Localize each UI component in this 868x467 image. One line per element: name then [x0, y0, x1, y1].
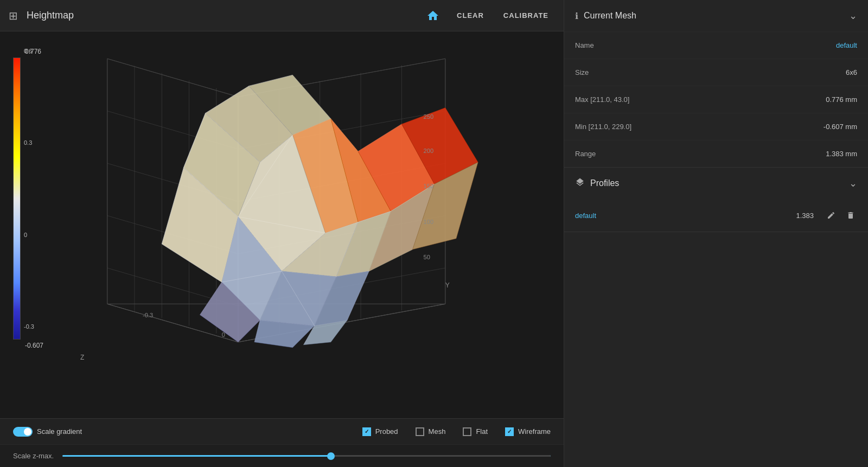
- scale-z-bar: Scale z-max.: [0, 444, 564, 467]
- mesh-canvas: 50 100 150 200 250 Y -0.3 0: [43, 42, 553, 375]
- profiles-title: Profiles: [590, 178, 844, 188]
- current-mesh-header[interactable]: ℹ Current Mesh ⌄: [564, 0, 868, 31]
- scale-gradient-label: Scale gradient: [37, 427, 82, 436]
- left-panel: ⊞ Heightmap CLEAR CALIBRATE 0.776 -0.607…: [0, 0, 564, 467]
- calibrate-button[interactable]: CALIBRATE: [497, 9, 555, 22]
- svg-text:100: 100: [424, 219, 433, 225]
- probed-check: ✓: [365, 428, 369, 434]
- home-button[interactable]: [422, 7, 444, 24]
- svg-line-2: [107, 59, 238, 97]
- scale-label-n03: -0.3: [24, 323, 34, 330]
- slider-track-bg: [331, 455, 551, 457]
- info-icon: ℹ: [575, 11, 578, 21]
- current-mesh-section: ℹ Current Mesh ⌄ Name default Size 6x6 M…: [564, 0, 868, 168]
- flat-label: Flat: [476, 427, 488, 436]
- mesh-checkbox[interactable]: [416, 427, 424, 436]
- profiles-chevron-icon: ⌄: [849, 177, 857, 189]
- name-key: Name: [575, 41, 836, 49]
- slider-thumb[interactable]: [327, 452, 335, 460]
- probed-checkbox-label[interactable]: ✓ Probed: [362, 427, 398, 436]
- range-value: 1.383 mm: [826, 150, 857, 158]
- svg-text:0: 0: [222, 331, 225, 338]
- current-mesh-body: Name default Size 6x6 Max [211.0, 43.0] …: [564, 31, 868, 167]
- chevron-down-icon: ⌄: [849, 10, 857, 22]
- svg-text:-0.3: -0.3: [143, 312, 153, 318]
- profile-name[interactable]: default: [575, 212, 789, 220]
- flat-checkbox[interactable]: [463, 427, 471, 436]
- scale-label-0: 0: [24, 232, 34, 238]
- svg-text:50: 50: [424, 254, 430, 260]
- profiles-header[interactable]: Profiles ⌄: [564, 168, 868, 199]
- range-key: Range: [575, 150, 826, 158]
- scale-labels: 0.6 0.3 0 -0.3: [24, 48, 34, 330]
- profile-value: 1.383: [796, 212, 814, 220]
- page-title: Heightmap: [27, 10, 416, 21]
- scale-bar: [13, 57, 21, 340]
- svg-text:200: 200: [424, 148, 433, 154]
- scale-z-slider[interactable]: [62, 455, 551, 457]
- viz-container: 0.776 -0.607 0.6 0.3 0 -0.3 Z: [0, 31, 564, 418]
- current-mesh-title: Current Mesh: [584, 11, 844, 21]
- max-row: Max [211.0, 43.0] 0.776 mm: [564, 86, 868, 113]
- clear-button[interactable]: CLEAR: [450, 9, 490, 22]
- wireframe-checkbox[interactable]: ✓: [505, 427, 514, 436]
- top-bar: ⊞ Heightmap CLEAR CALIBRATE: [0, 0, 564, 31]
- min-row: Min [211.0, 229.0] -0.607 mm: [564, 113, 868, 140]
- wireframe-label: Wireframe: [518, 427, 551, 436]
- delete-profile-button[interactable]: [844, 209, 857, 222]
- bottom-controls: Scale gradient ✓ Probed Mesh Flat ✓ Wire…: [0, 418, 564, 444]
- mesh-checkbox-label[interactable]: Mesh: [416, 427, 446, 436]
- profiles-section: Profiles ⌄ default 1.383: [564, 168, 868, 232]
- svg-text:Y: Y: [445, 282, 450, 289]
- min-value: -0.607 mm: [824, 123, 857, 131]
- scale-gradient-toggle[interactable]: Scale gradient: [13, 427, 82, 437]
- svg-text:250: 250: [424, 113, 433, 120]
- right-panel: ℹ Current Mesh ⌄ Name default Size 6x6 M…: [564, 0, 868, 467]
- scale-min-label: -0.607: [25, 342, 43, 349]
- size-key: Size: [575, 68, 846, 76]
- name-value[interactable]: default: [836, 41, 857, 49]
- svg-text:150: 150: [424, 183, 433, 189]
- max-key: Max [211.0, 43.0]: [575, 95, 826, 104]
- profile-item: default 1.383: [575, 203, 857, 227]
- edit-profile-button[interactable]: [825, 209, 838, 222]
- probed-label: Probed: [375, 427, 398, 436]
- scale-label-03: 0.3: [24, 139, 34, 146]
- range-row: Range 1.383 mm: [564, 140, 868, 167]
- scale-gradient-switch[interactable]: [13, 427, 33, 437]
- viz-area: 0.776 -0.607 0.6 0.3 0 -0.3 Z: [0, 31, 564, 418]
- wireframe-check: ✓: [507, 428, 512, 434]
- scale-label-06: 0.6: [24, 48, 34, 54]
- max-value: 0.776 mm: [826, 95, 857, 104]
- name-row: Name default: [564, 31, 868, 59]
- probed-checkbox[interactable]: ✓: [362, 427, 371, 436]
- mesh-svg: 50 100 150 200 250 Y -0.3 0: [43, 42, 553, 375]
- scale-z-label: Scale z-max.: [13, 452, 54, 460]
- profiles-body: default 1.383: [564, 199, 868, 232]
- min-key: Min [211.0, 229.0]: [575, 123, 824, 131]
- mesh-label: Mesh: [429, 427, 446, 436]
- flat-checkbox-label[interactable]: Flat: [463, 427, 488, 436]
- grid-icon: ⊞: [9, 9, 18, 22]
- layers-icon: [575, 177, 585, 189]
- size-value: 6x6: [846, 68, 857, 76]
- wireframe-checkbox-label[interactable]: ✓ Wireframe: [505, 427, 551, 436]
- size-row: Size 6x6: [564, 59, 868, 86]
